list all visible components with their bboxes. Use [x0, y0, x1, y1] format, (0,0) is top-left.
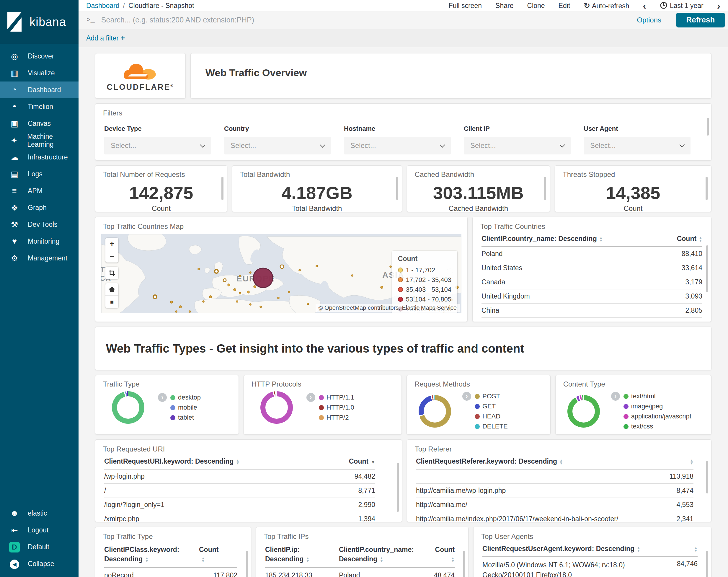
edit-button[interactable]: Edit [558, 2, 570, 10]
column-header[interactable]: ClientIP.country_name: Descending▲▼ [482, 235, 603, 243]
table-row[interactable]: /login/?login_only=12,990 [104, 498, 375, 512]
table-row[interactable]: /8,771 [104, 484, 375, 498]
legend-item[interactable]: text/css [624, 421, 692, 431]
sidebar-item-logs[interactable]: ▤ Logs [0, 166, 79, 182]
clone-button[interactable]: Clone [527, 2, 545, 10]
legend-expand-icon[interactable]: › [158, 393, 167, 402]
legend-item[interactable]: HTTP/1.1 [319, 393, 354, 402]
column-header[interactable]: ▲▼ [687, 457, 694, 466]
table-row[interactable]: Russia1,759 [482, 318, 702, 322]
map-attribution[interactable]: © OpenStreetMap contributors, Elastic Ma… [316, 304, 460, 312]
sidebar-item-space-default[interactable]: D Default [0, 538, 79, 555]
column-header[interactable]: ClientIP.ip: Descending▲▼ [265, 545, 339, 564]
table-row[interactable]: Mozilla/5.0 (Windows NT 6.1; WOW64; rv:1… [483, 557, 698, 577]
sidebar-item-discover[interactable]: ◎ Discover [0, 48, 79, 65]
country-select[interactable]: Select... [224, 137, 331, 154]
legend-item[interactable]: HTTP/1.0 [319, 402, 354, 412]
legend-item[interactable]: mobile [170, 402, 201, 412]
panel-scrollbar[interactable] [246, 551, 248, 577]
column-header[interactable]: Count▲▼ [199, 545, 237, 564]
legend-item[interactable]: POST [475, 391, 508, 401]
panel-scrollbar[interactable] [706, 551, 708, 577]
legend-item[interactable]: tablet [170, 412, 201, 423]
sidebar-item-dashboard[interactable]: ◔ Dashboard [0, 81, 79, 98]
sidebar-item-monitoring[interactable]: ♥ Monitoring [0, 233, 79, 250]
fullscreen-button[interactable]: Full screen [449, 2, 482, 10]
breadcrumb-dashboard[interactable]: Dashboard [86, 2, 120, 10]
device-type-select[interactable]: Select... [104, 137, 211, 154]
request-methods-donut[interactable] [419, 395, 451, 428]
legend-item[interactable]: application/javascript [624, 411, 692, 421]
table-row[interactable]: /wp-login.php94,482 [104, 470, 375, 484]
legend-item[interactable]: DELETE [475, 421, 508, 431]
column-header[interactable]: ClientRequestURI.keyword: Descending▲▼ [104, 457, 239, 466]
table-row[interactable]: Poland88,410 [482, 247, 702, 261]
kibana-logo[interactable]: kibana [0, 0, 79, 44]
time-forward-button[interactable]: › [717, 3, 720, 8]
table-row[interactable]: noRecord 117,802 [104, 568, 237, 577]
time-back-button[interactable]: ‹ [643, 3, 646, 8]
sidebar-item-apm[interactable]: ≡ APM [0, 182, 79, 199]
table-row[interactable]: China2,805 [482, 304, 702, 318]
time-range-picker[interactable]: Last 1 year [660, 1, 703, 10]
map-zoom-in-button[interactable]: + [105, 238, 119, 250]
panel-scrollbar[interactable] [463, 551, 465, 577]
table-row[interactable]: Canada3,179 [482, 275, 702, 290]
map-zoom-out-button[interactable]: − [105, 250, 119, 262]
auto-refresh-button[interactable]: ↻Auto-refresh [583, 1, 629, 10]
refresh-button[interactable]: Refresh [676, 13, 725, 27]
table-row[interactable]: 113,918 [416, 470, 694, 484]
table-row[interactable]: United Kingdom3,093 [482, 290, 702, 304]
legend-item[interactable]: desktop [170, 393, 201, 402]
content-type-donut[interactable] [567, 395, 600, 428]
panel-scrollbar[interactable] [706, 177, 708, 200]
sidebar-item-visualize[interactable]: ▥ Visualize [0, 65, 79, 81]
traffic-type-donut[interactable] [112, 391, 145, 424]
map-draw-rect-button[interactable]: ■ [105, 296, 119, 308]
panel-scrollbar[interactable] [707, 118, 709, 135]
legend-item[interactable]: HEAD [475, 411, 508, 421]
column-header[interactable]: Count▲▼ [677, 235, 702, 243]
sidebar-item-infrastructure[interactable]: ☁ Infrastructure [0, 149, 79, 166]
column-header[interactable]: ClientIPClass.keyword: Descending▲▼ [104, 545, 199, 564]
panel-scrollbar[interactable] [706, 461, 708, 494]
search-input[interactable] [101, 16, 630, 24]
table-row[interactable]: http://camilia.me/4,553 [416, 498, 694, 512]
sidebar-item-timelion[interactable]: ◓ Timelion [0, 98, 79, 115]
map-crop-button[interactable] [105, 267, 119, 279]
sidebar-item-management[interactable]: ⚙ Management [0, 250, 79, 267]
legend-item[interactable]: text/html [624, 391, 692, 401]
column-header[interactable]: ClientRequestReferer.keyword: Descending… [416, 457, 563, 466]
sidebar-item-user[interactable]: ☻ elastic [0, 505, 79, 522]
sidebar-item-machine-learning[interactable]: ✦ Machine Learning [0, 132, 79, 149]
table-row[interactable]: http://camilia.me/index.php/2017/06/17/w… [416, 512, 694, 522]
panel-scrollbar[interactable] [396, 177, 398, 200]
column-header[interactable]: ClientIP.country_name: Descending▲▼ [339, 545, 421, 564]
options-link[interactable]: Options [637, 16, 661, 24]
table-row[interactable]: 185.234.218.33 Poland 48,474 [265, 568, 454, 577]
world-map[interactable]: NORTH AMERICA EUROPE ASIA [101, 234, 462, 313]
panel-scrollbar[interactable] [544, 177, 546, 200]
panel-scrollbar[interactable] [222, 177, 224, 200]
sidebar-item-collapse[interactable]: ◀ Collapse [0, 555, 79, 572]
http-protocols-donut[interactable] [260, 391, 293, 424]
sidebar-item-graph[interactable]: ❖ Graph [0, 199, 79, 216]
column-header[interactable]: ▲▼ [692, 545, 698, 553]
column-header[interactable]: ClientRequestUserAgent.keyword: Descendi… [483, 545, 640, 553]
table-row[interactable]: United States33,614 [482, 261, 702, 275]
table-row[interactable]: /xmlrpc.php1,394 [104, 512, 375, 522]
user-agent-select[interactable]: Select... [583, 137, 691, 154]
panel-scrollbar[interactable] [397, 463, 399, 512]
panel-scrollbar[interactable] [706, 245, 708, 292]
legend-item[interactable]: HTTP/2 [319, 412, 354, 423]
sidebar-item-dev-tools[interactable]: ⚒ Dev Tools [0, 216, 79, 233]
hostname-select[interactable]: Select... [344, 137, 451, 154]
add-filter-link[interactable]: Add a filter + [86, 33, 125, 43]
legend-expand-icon[interactable]: › [462, 392, 471, 401]
share-button[interactable]: Share [495, 2, 513, 10]
legend-expand-icon[interactable]: › [611, 392, 620, 401]
column-header[interactable]: Count▲▼ [421, 545, 454, 564]
map-draw-polygon-button[interactable] [105, 283, 119, 296]
legend-expand-icon[interactable]: › [307, 393, 315, 402]
sidebar-item-logout[interactable]: ⇤ Logout [0, 522, 79, 538]
